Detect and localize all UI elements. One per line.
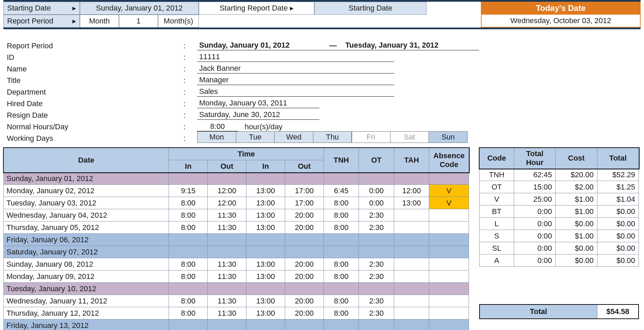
ot-cell[interactable]: 2:30 [359,258,394,270]
date-cell[interactable]: Tuesday, January 10, 2012 [4,283,169,295]
date-cell[interactable]: Sunday, January 01, 2012 [4,172,169,185]
timesheet-row[interactable]: Monday, January 09, 20128:0011:3013:0020… [4,270,469,283]
tah-cell[interactable] [394,295,429,307]
tah-cell[interactable] [394,270,429,283]
time-in2[interactable]: 13:00 [246,258,285,270]
date-cell[interactable]: Thursday, January 12, 2012 [4,307,169,319]
time-out1[interactable]: 11:30 [208,307,246,319]
absence-code-cell[interactable]: V [429,185,469,197]
tnh-cell[interactable]: 8:00 [324,307,359,319]
timesheet-row[interactable]: Sunday, January 01, 2012 [4,172,469,185]
time-out1[interactable]: 11:30 [208,209,246,221]
tnh-cell[interactable]: 8:00 [324,258,359,270]
time-out1[interactable] [208,234,246,246]
tnh-cell[interactable] [324,172,359,185]
absence-code-cell[interactable] [429,246,469,258]
absence-code-cell[interactable] [429,209,469,221]
report-period-unit[interactable]: Month [80,15,119,28]
time-out1[interactable]: 11:30 [208,258,246,270]
timesheet-row[interactable]: Monday, January 02, 20129:1512:0013:0017… [4,185,469,197]
absence-code-cell[interactable] [429,270,469,283]
time-in1[interactable]: 8:00 [169,295,208,307]
ot-cell[interactable] [359,319,394,330]
starting-report-date-value[interactable]: Starting Date [314,2,427,15]
time-out2[interactable]: 17:00 [285,197,324,209]
time-out2[interactable] [285,234,324,246]
time-out1[interactable] [208,172,246,185]
tnh-cell[interactable] [324,234,359,246]
ot-cell[interactable] [359,234,394,246]
time-in2[interactable]: 13:00 [246,197,285,209]
date-cell[interactable]: Friday, January 13, 2012 [4,319,169,330]
tah-cell[interactable] [394,221,429,234]
date-cell[interactable]: Monday, January 09, 2012 [4,270,169,283]
absence-code-cell[interactable] [429,172,469,185]
timesheet-row[interactable]: Saturday, January 07, 2012 [4,246,469,258]
absence-code-cell[interactable] [429,283,469,295]
timesheet-row[interactable]: Tuesday, January 10, 2012 [4,283,469,295]
absence-code-cell[interactable] [429,319,469,330]
timesheet-row[interactable]: Wednesday, January 04, 20128:0011:3013:0… [4,209,469,221]
tnh-cell[interactable]: 8:00 [324,197,359,209]
ot-cell[interactable] [359,172,394,185]
time-in2[interactable] [246,319,285,330]
date-cell[interactable]: Tuesday, January 03, 2012 [4,197,169,209]
time-in1[interactable] [169,246,208,258]
time-out1[interactable]: 11:30 [208,295,246,307]
time-in1[interactable]: 9:15 [169,185,208,197]
time-in2[interactable]: 13:00 [246,209,285,221]
ot-cell[interactable]: 2:30 [359,295,394,307]
time-in2[interactable]: 13:00 [246,270,285,283]
timesheet-row[interactable]: Wednesday, January 11, 20128:0011:3013:0… [4,295,469,307]
starting-date-label[interactable]: Starting Date ▶ [3,2,80,15]
time-in1[interactable] [169,234,208,246]
tah-cell[interactable] [394,307,429,319]
time-out1[interactable]: 11:30 [208,221,246,234]
tnh-cell[interactable] [324,319,359,330]
date-cell[interactable]: Monday, January 02, 2012 [4,185,169,197]
absence-code-cell[interactable] [429,258,469,270]
starting-date-value[interactable]: Sunday, January 01, 2012 [80,2,199,15]
time-out2[interactable] [285,172,324,185]
ot-cell[interactable] [359,283,394,295]
working-day-sat[interactable]: Sat [390,131,429,143]
absence-code-cell[interactable] [429,221,469,234]
tnh-cell[interactable]: 8:00 [324,221,359,234]
tah-cell[interactable]: 13:00 [394,197,429,209]
tah-cell[interactable] [394,209,429,221]
time-in1[interactable] [169,172,208,185]
starting-report-date-label[interactable]: Starting Report Date ▶ [199,2,314,15]
time-out2[interactable]: 20:00 [285,307,324,319]
ot-cell[interactable]: 2:30 [359,270,394,283]
date-cell[interactable]: Saturday, January 07, 2012 [4,246,169,258]
ot-cell[interactable]: 2:30 [359,209,394,221]
ot-cell[interactable]: 0:00 [359,197,394,209]
time-in1[interactable]: 8:00 [169,270,208,283]
date-cell[interactable]: Sunday, January 08, 2012 [4,258,169,270]
tnh-cell[interactable]: 6:45 [324,185,359,197]
working-day-fri[interactable]: Fri [351,131,390,143]
time-in1[interactable]: 8:00 [169,221,208,234]
report-period-label[interactable]: Report Period ▶ [3,15,80,28]
time-in1[interactable] [169,283,208,295]
time-out1[interactable]: 12:00 [208,197,246,209]
time-in1[interactable] [169,319,208,330]
ot-cell[interactable] [359,246,394,258]
time-out2[interactable]: 20:00 [285,258,324,270]
ot-cell[interactable]: 2:30 [359,221,394,234]
date-cell[interactable]: Thursday, January 05, 2012 [4,221,169,234]
time-in2[interactable]: 13:00 [246,185,285,197]
working-day-tue[interactable]: Tue [236,131,275,143]
working-day-thu[interactable]: Thu [313,131,352,143]
tah-cell[interactable] [394,172,429,185]
time-out2[interactable] [285,283,324,295]
time-out2[interactable] [285,319,324,330]
absence-code-cell[interactable] [429,234,469,246]
time-in1[interactable]: 8:00 [169,197,208,209]
time-out2[interactable]: 17:00 [285,185,324,197]
working-day-sun[interactable]: Sun [429,131,468,143]
date-cell[interactable]: Wednesday, January 11, 2012 [4,295,169,307]
working-day-mon[interactable]: Mon [197,131,236,143]
time-in2[interactable] [246,246,285,258]
time-in2[interactable]: 13:00 [246,295,285,307]
